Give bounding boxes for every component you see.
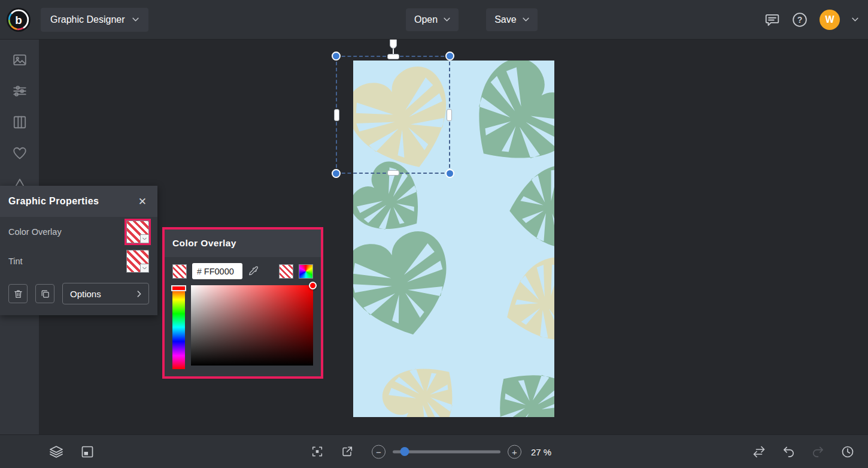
sidebar-item-images[interactable] — [12, 52, 28, 68]
sidebar-item-favorites[interactable] — [12, 146, 28, 161]
options-button[interactable]: Options — [62, 283, 149, 304]
chevron-right-icon — [137, 291, 141, 297]
trash-icon — [13, 289, 23, 299]
preview-button[interactable] — [341, 445, 354, 458]
app-title-menu[interactable]: Graphic Designer — [41, 8, 148, 32]
tint-swatch[interactable] — [126, 250, 149, 273]
panel-title: Graphic Properties — [8, 196, 99, 207]
bottombar-right — [752, 445, 855, 459]
fit-screen-icon — [311, 445, 324, 458]
minus-icon: − — [376, 447, 381, 456]
topbar: b Graphic Designer Open Save — [0, 0, 868, 40]
redo-button[interactable] — [811, 445, 825, 458]
hue-slider[interactable] — [172, 285, 185, 369]
plus-icon: + — [512, 447, 517, 456]
color-overlay-swatch[interactable] — [126, 221, 149, 243]
app-root: b Graphic Designer Open Save — [0, 0, 868, 468]
transparent-swatch[interactable] — [172, 264, 187, 279]
duplicate-button[interactable] — [35, 284, 54, 303]
color-overlay-label: Color Overlay — [8, 227, 62, 237]
comments-button[interactable] — [764, 12, 780, 28]
save-label: Save — [494, 14, 516, 25]
undo-icon — [782, 445, 796, 458]
selection-handle-bottom-left[interactable] — [332, 169, 341, 178]
swap-icon — [752, 445, 766, 459]
resize-template-icon — [80, 445, 95, 459]
redo-icon — [811, 445, 825, 458]
swatch-chevron[interactable] — [140, 234, 149, 243]
eyedropper-button[interactable] — [248, 265, 259, 277]
zoom-out-button[interactable]: − — [372, 445, 386, 458]
avatar-initial: W — [825, 14, 834, 25]
help-button[interactable]: ? — [792, 12, 808, 28]
selection-handle-top[interactable] — [387, 54, 399, 59]
sidebar-item-edit[interactable] — [12, 83, 28, 99]
undo-button[interactable] — [782, 445, 796, 458]
popup-header: Color Overlay — [165, 230, 321, 257]
selection-handle-left[interactable] — [334, 109, 339, 121]
topbar-right: ? W — [764, 10, 858, 30]
open-label: Open — [414, 14, 438, 25]
history-button[interactable] — [840, 445, 855, 459]
color-picker — [165, 283, 321, 369]
selection-handle-bottom[interactable] — [387, 170, 399, 176]
transparent-swatch-small[interactable] — [279, 264, 293, 279]
chevron-down-icon — [444, 17, 450, 22]
options-label: Options — [70, 289, 101, 299]
bottombar-left — [49, 445, 95, 459]
monstera-leaf — [493, 251, 554, 357]
close-icon: ✕ — [138, 196, 147, 207]
resize-template-button[interactable] — [80, 445, 95, 459]
swatch-chevron[interactable] — [140, 264, 149, 273]
selection-handle-top-right[interactable] — [445, 52, 454, 61]
chevron-down-icon — [142, 237, 147, 240]
comments-icon — [764, 12, 780, 28]
delete-button[interactable] — [8, 284, 28, 303]
account-menu-button[interactable] — [852, 17, 858, 22]
chevron-down-icon — [132, 17, 139, 22]
duplicate-icon — [40, 289, 50, 299]
color-input-row: # — [165, 257, 321, 283]
heart-icon — [12, 146, 28, 161]
layers-button[interactable] — [49, 445, 63, 459]
account-chevron-icon — [852, 17, 858, 22]
hex-input[interactable] — [204, 267, 238, 276]
tint-row: Tint — [0, 246, 157, 276]
selection-handle-right[interactable] — [447, 109, 452, 121]
file-actions: Open Save — [406, 8, 538, 31]
close-button[interactable]: ✕ — [136, 194, 149, 209]
tint-label: Tint — [8, 256, 23, 266]
open-button[interactable]: Open — [406, 8, 459, 31]
zoom-in-button[interactable]: + — [508, 445, 521, 458]
saturation-value-cursor[interactable] — [309, 282, 317, 289]
zoom-slider[interactable] — [393, 450, 500, 453]
swap-canvas-button[interactable] — [752, 445, 766, 459]
color-overlay-row: Color Overlay — [0, 217, 157, 246]
svg-text:?: ? — [797, 14, 803, 24]
monstera-leaf — [474, 349, 554, 417]
panel-header: Graphic Properties ✕ — [0, 186, 157, 217]
befunky-logo-icon[interactable]: b — [6, 7, 31, 32]
svg-text:b: b — [15, 13, 22, 26]
zoom-slider-thumb[interactable] — [400, 447, 409, 456]
save-button[interactable]: Save — [486, 8, 537, 31]
saturation-value-area[interactable] — [191, 285, 313, 366]
hex-field: # — [192, 263, 242, 279]
monstera-leaf — [506, 163, 554, 252]
rainbow-swatch[interactable] — [299, 264, 313, 279]
adjust-icon — [12, 83, 28, 99]
selection-handle-bottom-right[interactable] — [445, 169, 454, 178]
monstera-leaf — [448, 61, 554, 189]
sidebar-item-templates[interactable] — [12, 114, 28, 130]
hex-prefix: # — [197, 267, 202, 276]
monstera-leaf — [375, 346, 475, 417]
app-title: Graphic Designer — [50, 14, 125, 25]
hue-slider-marker[interactable] — [171, 285, 186, 291]
avatar[interactable]: W — [820, 10, 840, 30]
fit-screen-button[interactable] — [311, 445, 324, 458]
selection-box[interactable] — [336, 56, 450, 174]
layers-icon — [49, 445, 63, 459]
columns-icon — [12, 114, 28, 130]
selection-handle-top-left[interactable] — [332, 52, 341, 61]
zoom-percent: 27 % — [531, 446, 557, 457]
